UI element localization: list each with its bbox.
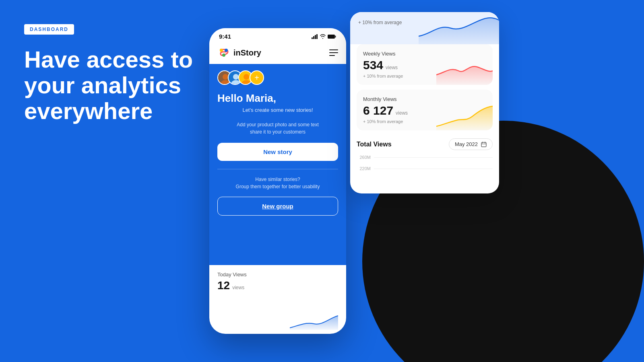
analytics-top-from-avg: + 10% from average (358, 19, 402, 26)
phone-main: 9:41 (209, 28, 346, 334)
weekly-number: 534 (363, 58, 383, 72)
phone-subtitle: Let's create some new stories! (217, 107, 338, 113)
phone-header: inStory (209, 43, 346, 64)
chart-line-260: 260M (357, 155, 493, 160)
headline: Have access toyour analyticseverywhere (24, 47, 205, 123)
section-divider (217, 169, 338, 169)
date-picker[interactable]: May 2022 (449, 138, 493, 150)
new-group-button[interactable]: New group (217, 197, 338, 216)
today-views-label: Today Views (217, 272, 338, 278)
signal-icon (312, 34, 318, 39)
total-views-label: Total Views (357, 141, 392, 148)
avatar-row: + (217, 70, 338, 85)
top-chart (419, 12, 499, 44)
battery-icon (328, 34, 336, 39)
svg-point-6 (217, 46, 230, 59)
today-views-unit: views (232, 285, 244, 290)
hamburger-menu[interactable] (329, 49, 338, 56)
svg-rect-1 (313, 36, 314, 39)
svg-rect-2 (315, 35, 316, 39)
weekly-chart (436, 59, 493, 85)
app-logo-icon (217, 46, 230, 59)
left-panel: DASHBOARD Have access toyour analyticsev… (24, 24, 205, 123)
weekly-label: Weekly Views (363, 51, 486, 57)
svg-point-9 (222, 53, 225, 57)
app-logo: inStory (217, 46, 261, 59)
y-label-220: 220M (357, 166, 371, 171)
hamburger-line-2 (329, 52, 338, 53)
new-story-button[interactable]: New story (217, 143, 338, 161)
phone-group-description: Have similar stories?Group them together… (217, 176, 338, 190)
monthly-label: Monthly Views (363, 96, 486, 102)
wifi-icon (320, 34, 326, 39)
today-mini-chart (290, 314, 338, 330)
status-icons (312, 34, 336, 39)
chart-line-220: 220M (357, 166, 493, 171)
phones-container: 9:41 (209, 12, 499, 358)
dashboard-badge: DASHBOARD (24, 24, 74, 35)
svg-point-7 (220, 49, 223, 52)
svg-rect-19 (481, 142, 486, 147)
status-time: 9:41 (219, 33, 231, 40)
monthly-number: 6 127 (363, 104, 393, 117)
svg-rect-5 (335, 35, 336, 37)
calendar-icon (481, 142, 487, 147)
analytics-card: + 10% from average Weekly Views 534 view… (350, 12, 499, 193)
total-views-header: Total Views May 2022 (357, 138, 493, 150)
monthly-views-card: Monthly Views 6 127 views + 10% from ave… (357, 90, 493, 130)
y-label-260: 260M (357, 155, 371, 160)
hamburger-line-1 (329, 49, 338, 50)
phone-blue-section: + Hello Maria, Let's create some new sto… (209, 64, 346, 265)
avatar-add[interactable]: + (250, 70, 264, 85)
analytics-top-strip: + 10% from average (350, 12, 499, 44)
svg-point-14 (233, 74, 239, 80)
svg-rect-0 (312, 37, 313, 39)
today-views-number: 12 (217, 279, 230, 292)
monthly-unit: views (396, 110, 408, 116)
svg-rect-3 (316, 34, 318, 39)
phone-description: Add your product photo and some textshar… (217, 121, 338, 136)
today-views-row: 12 views (217, 279, 338, 292)
svg-rect-4 (328, 35, 335, 39)
status-bar: 9:41 (209, 28, 346, 43)
hamburger-line-3 (329, 55, 335, 56)
bar-chart-area: 260M 220M (357, 155, 493, 187)
today-card: Today Views 12 views (209, 265, 346, 298)
phone-greeting: Hello Maria, (217, 92, 338, 105)
weekly-unit: views (386, 65, 398, 70)
chart-h-line-260 (374, 157, 493, 158)
weekly-views-card: Weekly Views 534 views + 10% from averag… (357, 44, 493, 85)
svg-point-17 (244, 74, 249, 80)
total-views-section: Total Views May 2022 260M (350, 135, 499, 193)
chart-h-line-220 (374, 169, 493, 169)
date-label: May 2022 (455, 141, 478, 147)
monthly-chart (436, 104, 493, 130)
svg-point-8 (225, 49, 228, 52)
app-name: inStory (233, 48, 261, 58)
svg-point-11 (223, 74, 228, 80)
